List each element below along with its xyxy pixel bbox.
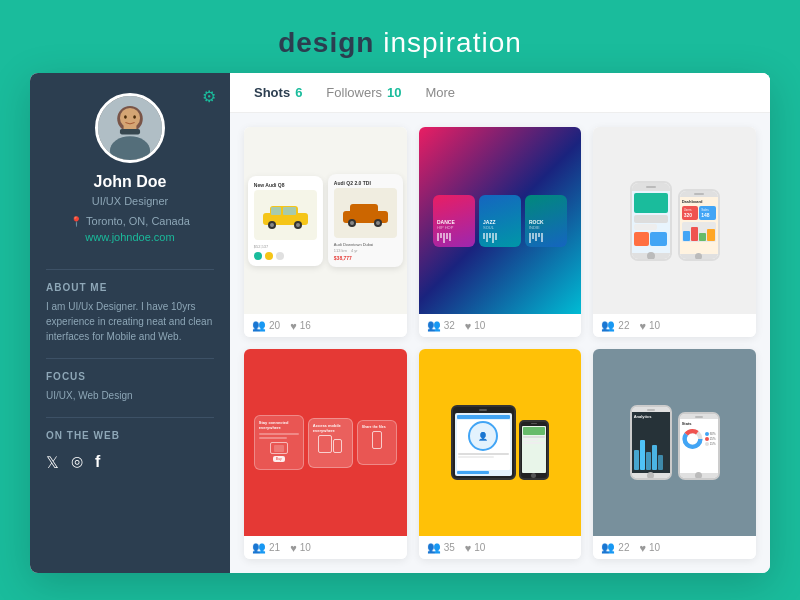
profile-nav: Shots 6 Followers 10 More: [230, 73, 770, 113]
main-content: Shots 6 Followers 10 More: [230, 73, 770, 573]
title-light: inspiration: [374, 27, 521, 58]
focus-title: FOCUS: [46, 371, 86, 382]
views-icon-6: 👥: [601, 541, 615, 554]
shot-card-6[interactable]: Analytics: [593, 349, 756, 559]
instagram-icon[interactable]: ◎: [71, 453, 83, 472]
about-title: ABOUT ME: [46, 282, 107, 293]
likes-icon-5: ♥: [465, 542, 472, 554]
main-card: ⚙ John Doe UI/UX Designer 📍 Toronto, ON,…: [30, 73, 770, 573]
nav-more[interactable]: More: [425, 85, 455, 100]
shot-card-3[interactable]: Dashboard Users 320 Sales 148: [593, 127, 756, 337]
stat-likes-2: ♥ 10: [465, 320, 486, 332]
svg-point-7: [133, 115, 136, 119]
shots-grid: New Audi Q8: [230, 113, 770, 573]
svg-rect-17: [350, 204, 378, 216]
social-icons: 𝕏 ◎ f: [46, 453, 100, 472]
title-bold: design: [278, 27, 374, 58]
svg-point-11: [270, 223, 274, 227]
shot-card-4[interactable]: Stay connectedeverywhere Buy: [244, 349, 407, 559]
stat-views-4: 👥 21: [252, 541, 280, 554]
views-icon-1: 👥: [252, 319, 266, 332]
shot-card-2[interactable]: DANCE HIP HOP: [419, 127, 582, 337]
likes-icon-3: ♥: [639, 320, 646, 332]
views-icon-3: 👥: [601, 319, 615, 332]
user-location: 📍 Toronto, ON, Canada: [70, 215, 190, 227]
shot-stats-5: 👥 35 ♥ 10: [419, 536, 582, 559]
svg-rect-15: [283, 207, 296, 215]
twitter-icon[interactable]: 𝕏: [46, 453, 59, 472]
location-icon: 📍: [70, 216, 82, 227]
shot-thumbnail-2: DANCE HIP HOP: [419, 127, 582, 314]
site-title: design inspiration: [278, 27, 522, 59]
stat-views-3: 👥 22: [601, 319, 629, 332]
stat-likes-5: ♥ 10: [465, 542, 486, 554]
user-name: John Doe: [94, 173, 167, 191]
svg-rect-14: [271, 207, 281, 215]
shot-stats-3: 👥 22 ♥ 10: [593, 314, 756, 337]
views-icon-5: 👥: [427, 541, 441, 554]
views-icon-4: 👥: [252, 541, 266, 554]
views-icon-2: 👥: [427, 319, 441, 332]
stat-views-6: 👥 22: [601, 541, 629, 554]
sidebar: ⚙ John Doe UI/UX Designer 📍 Toronto, ON,…: [30, 73, 230, 573]
stat-likes-6: ♥ 10: [639, 542, 660, 554]
svg-point-19: [350, 221, 354, 225]
on-the-web-title: ON THE WEB: [46, 430, 120, 441]
svg-point-21: [376, 221, 380, 225]
shot-card-1[interactable]: New Audi Q8: [244, 127, 407, 337]
nav-followers[interactable]: Followers 10: [326, 85, 401, 100]
likes-icon-6: ♥: [639, 542, 646, 554]
avatar: [95, 93, 165, 163]
shot-thumbnail-4: Stay connectedeverywhere Buy: [244, 349, 407, 536]
shot-stats-6: 👥 22 ♥ 10: [593, 536, 756, 559]
stat-likes-3: ♥ 10: [639, 320, 660, 332]
focus-text: UI/UX, Web Design: [46, 388, 133, 403]
stat-views-5: 👥 35: [427, 541, 455, 554]
svg-point-6: [124, 115, 127, 119]
user-role: UI/UX Designer: [92, 195, 168, 207]
stat-views-1: 👥 20: [252, 319, 280, 332]
gear-icon[interactable]: ⚙: [202, 87, 216, 106]
shot-thumbnail-6: Analytics: [593, 349, 756, 536]
likes-icon-1: ♥: [290, 320, 297, 332]
likes-icon-2: ♥: [465, 320, 472, 332]
sidebar-divider-3: [46, 417, 214, 418]
stat-views-2: 👥 32: [427, 319, 455, 332]
about-text: I am UI/Ux Designer. I have 10yrs experi…: [46, 299, 214, 344]
nav-shots[interactable]: Shots 6: [254, 85, 302, 100]
sidebar-divider-2: [46, 358, 214, 359]
shot-thumbnail-1: New Audi Q8: [244, 127, 407, 314]
svg-point-13: [296, 223, 300, 227]
likes-icon-4: ♥: [290, 542, 297, 554]
stat-likes-4: ♥ 10: [290, 542, 311, 554]
svg-rect-5: [120, 129, 140, 134]
shot-card-5[interactable]: 👤: [419, 349, 582, 559]
facebook-icon[interactable]: f: [95, 453, 100, 472]
stat-likes-1: ♥ 16: [290, 320, 311, 332]
shot-stats-1: 👥 20 ♥ 16: [244, 314, 407, 337]
shot-thumbnail-3: Dashboard Users 320 Sales 148: [593, 127, 756, 314]
sidebar-divider-1: [46, 269, 214, 270]
shot-thumbnail-5: 👤: [419, 349, 582, 536]
user-website[interactable]: www.johndoe.com: [85, 231, 174, 243]
shot-stats-2: 👥 32 ♥ 10: [419, 314, 582, 337]
shot-stats-4: 👥 21 ♥ 10: [244, 536, 407, 559]
